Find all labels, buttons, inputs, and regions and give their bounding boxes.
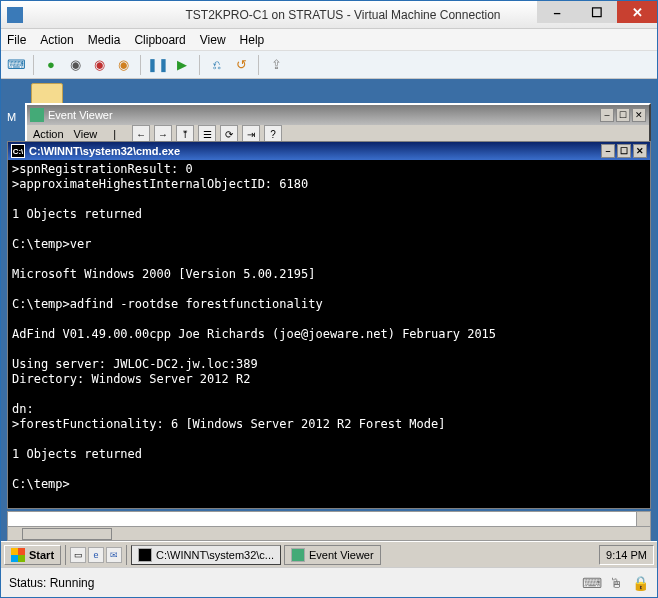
ev-menu-action[interactable]: Action bbox=[33, 128, 64, 140]
ev-task-icon bbox=[291, 548, 305, 562]
start-button-tb[interactable]: ● bbox=[40, 54, 62, 76]
keyboard-icon: ⌨ bbox=[583, 574, 601, 592]
tray-clock: 9:14 PM bbox=[606, 549, 647, 561]
ev-minimize-button[interactable]: – bbox=[600, 108, 614, 122]
revert-button[interactable]: ↺ bbox=[230, 54, 252, 76]
guest-desktop[interactable]: M Event Viewer – ☐ ✕ Action View | ← → ⤒… bbox=[1, 79, 657, 567]
cmd-icon: C:\ bbox=[11, 144, 25, 158]
menu-view[interactable]: View bbox=[200, 33, 226, 47]
lock-icon: 🔒 bbox=[631, 574, 649, 592]
menu-clipboard[interactable]: Clipboard bbox=[134, 33, 185, 47]
taskbar-eventviewer-button[interactable]: Event Viewer bbox=[284, 545, 381, 565]
taskbar-cmd-label: C:\WINNT\system32\c... bbox=[156, 549, 274, 561]
desktop-label-cropped: M bbox=[7, 111, 16, 123]
window-controls: – ☐ ✕ bbox=[537, 1, 657, 23]
horizontal-scrollbar[interactable] bbox=[8, 526, 650, 540]
minimize-button[interactable]: – bbox=[537, 1, 577, 23]
scrollbar-thumb[interactable] bbox=[22, 528, 112, 540]
background-window-scrollarea bbox=[7, 511, 651, 541]
taskbar: Start ▭ e ✉ C:\WINNT\system32\c... Event… bbox=[1, 541, 657, 567]
cmd-titlebar[interactable]: C:\ C:\WINNT\system32\cmd.exe – ☐ ✕ bbox=[8, 142, 650, 160]
close-button[interactable]: ✕ bbox=[617, 1, 657, 23]
ev-close-button[interactable]: ✕ bbox=[632, 108, 646, 122]
shutdown-button[interactable]: ◉ bbox=[88, 54, 110, 76]
event-viewer-icon bbox=[30, 108, 44, 122]
toolbar-separator bbox=[140, 55, 141, 75]
cmd-minimize-button[interactable]: – bbox=[601, 144, 615, 158]
cmd-close-button[interactable]: ✕ bbox=[633, 144, 647, 158]
cmd-maximize-button[interactable]: ☐ bbox=[617, 144, 631, 158]
mouse-icon: 🖱 bbox=[607, 574, 625, 592]
pause-button[interactable]: ❚❚ bbox=[147, 54, 169, 76]
cmd-task-icon bbox=[138, 548, 152, 562]
event-viewer-title: Event Viewer bbox=[48, 109, 113, 121]
vm-icon bbox=[7, 7, 23, 23]
maximize-button[interactable]: ☐ bbox=[577, 1, 617, 23]
toolbar-separator bbox=[258, 55, 259, 75]
taskbar-cmd-button[interactable]: C:\WINNT\system32\c... bbox=[131, 545, 281, 565]
vm-toolbar: ⌨ ● ◉ ◉ ◉ ❚❚ ▶ ⎌ ↺ ⇪ bbox=[1, 51, 657, 79]
system-tray[interactable]: 9:14 PM bbox=[599, 545, 654, 565]
ql-outlook-icon[interactable]: ✉ bbox=[106, 547, 122, 563]
turnoff-button[interactable]: ◉ bbox=[64, 54, 86, 76]
checkpoint-button[interactable]: ⎌ bbox=[206, 54, 228, 76]
cmd-window[interactable]: C:\ C:\WINNT\system32\cmd.exe – ☐ ✕ >spn… bbox=[7, 141, 651, 509]
vm-status-text: Status: Running bbox=[9, 576, 94, 590]
windows-flag-icon bbox=[11, 548, 25, 562]
start-button[interactable]: Start bbox=[4, 545, 61, 565]
vm-menubar: File Action Media Clipboard View Help bbox=[1, 29, 657, 51]
vm-titlebar: TST2KPRO-C1 on STRATUS - Virtual Machine… bbox=[1, 1, 657, 29]
menu-help[interactable]: Help bbox=[240, 33, 265, 47]
ql-ie-icon[interactable]: e bbox=[88, 547, 104, 563]
vm-statusbar: Status: Running ⌨ 🖱 🔒 bbox=[1, 567, 657, 597]
quick-launch: ▭ e ✉ bbox=[65, 545, 127, 565]
ev-menu-view[interactable]: View bbox=[74, 128, 98, 140]
toolbar-separator bbox=[33, 55, 34, 75]
ev-maximize-button[interactable]: ☐ bbox=[616, 108, 630, 122]
menu-media[interactable]: Media bbox=[88, 33, 121, 47]
vertical-scrollbar[interactable] bbox=[636, 512, 650, 526]
ctrl-alt-del-button[interactable]: ⌨ bbox=[5, 54, 27, 76]
cmd-title: C:\WINNT\system32\cmd.exe bbox=[29, 145, 180, 157]
cmd-output[interactable]: >spnRegistrationResult: 0 >approximateHi… bbox=[8, 160, 650, 508]
ql-show-desktop-icon[interactable]: ▭ bbox=[70, 547, 86, 563]
toolbar-separator bbox=[199, 55, 200, 75]
start-label: Start bbox=[29, 549, 54, 561]
menu-action[interactable]: Action bbox=[40, 33, 73, 47]
reset-button[interactable]: ▶ bbox=[171, 54, 193, 76]
share-button[interactable]: ⇪ bbox=[265, 54, 287, 76]
event-viewer-titlebar[interactable]: Event Viewer – ☐ ✕ bbox=[27, 105, 649, 125]
save-button[interactable]: ◉ bbox=[112, 54, 134, 76]
taskbar-ev-label: Event Viewer bbox=[309, 549, 374, 561]
menu-file[interactable]: File bbox=[7, 33, 26, 47]
